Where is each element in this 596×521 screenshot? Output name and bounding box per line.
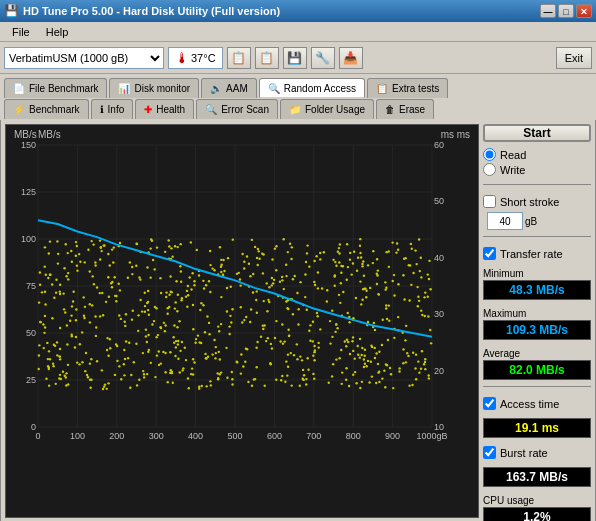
toolbar-icon-4[interactable]: 🔧 — [311, 47, 335, 69]
chart-ms-label: ms — [457, 129, 470, 140]
access-time-section: 19.1 ms — [483, 418, 591, 438]
burst-rate-value: 163.7 MB/s — [483, 467, 591, 487]
write-label: Write — [500, 164, 525, 176]
short-stroke-label[interactable]: Short stroke — [483, 195, 591, 208]
tab-erase[interactable]: 🗑 Erase — [376, 99, 434, 119]
short-stroke-checkbox[interactable] — [483, 195, 496, 208]
error-scan-icon: 🔍 — [205, 104, 217, 115]
temperature-value: 37°C — [191, 52, 216, 64]
menu-bar: File Help — [0, 22, 596, 42]
chart-mb-label: MB/s — [14, 129, 37, 140]
read-radio[interactable] — [483, 148, 496, 161]
random-access-icon: 🔍 — [268, 83, 280, 94]
thermometer-icon: 🌡 — [175, 50, 189, 66]
transfer-rate-label[interactable]: Transfer rate — [483, 247, 591, 260]
menu-file[interactable]: File — [4, 24, 38, 40]
drive-select[interactable]: VerbatimUSM (1000 gB) — [4, 47, 164, 69]
access-time-label[interactable]: Access time — [483, 397, 591, 410]
tab-disk-monitor[interactable]: 📊 Disk monitor — [109, 78, 199, 98]
tab-benchmark[interactable]: ⚡ Benchmark — [4, 99, 89, 119]
burst-rate-section: 163.7 MB/s — [483, 467, 591, 487]
benchmark-icon: ⚡ — [13, 104, 25, 115]
maximum-section: Maximum 109.3 MB/s — [483, 308, 591, 340]
stroke-input-row: gB — [487, 212, 591, 230]
tab-info[interactable]: ℹ Info — [91, 99, 134, 119]
window-title: HD Tune Pro 5.00 - Hard Disk Utility (Fu… — [23, 5, 280, 17]
minimum-section: Minimum 48.3 MB/s — [483, 268, 591, 300]
average-label: Average — [483, 348, 591, 359]
cpu-label: CPU usage — [483, 495, 591, 506]
main-content: MB/s ms Start Read Write Short stroke gB — [0, 120, 596, 521]
toolbar-icon-3[interactable]: 💾 — [283, 47, 307, 69]
toolbar: VerbatimUSM (1000 gB) 🌡 37°C 📋 📋 💾 🔧 📥 E… — [0, 42, 596, 74]
average-section: Average 82.0 MB/s — [483, 348, 591, 380]
maximum-label: Maximum — [483, 308, 591, 319]
aam-icon: 🔊 — [210, 83, 222, 94]
erase-icon: 🗑 — [385, 104, 395, 115]
tab-folder-usage[interactable]: 📁 Folder Usage — [280, 99, 374, 119]
toolbar-icon-2[interactable]: 📋 — [255, 47, 279, 69]
access-time-checkbox[interactable] — [483, 397, 496, 410]
tab-file-benchmark[interactable]: 📄 File Benchmark — [4, 78, 107, 98]
health-icon: ✚ — [144, 104, 152, 115]
read-label: Read — [500, 149, 526, 161]
window-controls: — □ ✕ — [540, 4, 592, 18]
app-icon: 💾 — [4, 4, 19, 18]
divider-2 — [483, 236, 591, 237]
menu-help[interactable]: Help — [38, 24, 77, 40]
disk-monitor-icon: 📊 — [118, 83, 130, 94]
tab-bar: 📄 File Benchmark 📊 Disk monitor 🔊 AAM 🔍 … — [0, 74, 596, 119]
file-benchmark-icon: 📄 — [13, 83, 25, 94]
tab-error-scan[interactable]: 🔍 Error Scan — [196, 99, 278, 119]
average-value: 82.0 MB/s — [483, 360, 591, 380]
burst-rate-label[interactable]: Burst rate — [483, 446, 591, 459]
temperature-display: 🌡 37°C — [168, 47, 223, 69]
read-radio-label[interactable]: Read — [483, 148, 591, 161]
toolbar-icon-5[interactable]: 📥 — [339, 47, 363, 69]
chart-area: MB/s ms — [5, 124, 479, 518]
tab-aam[interactable]: 🔊 AAM — [201, 78, 257, 98]
divider-1 — [483, 184, 591, 185]
write-radio[interactable] — [483, 163, 496, 176]
minimum-label: Minimum — [483, 268, 591, 279]
folder-usage-icon: 📁 — [289, 104, 301, 115]
right-panel: Start Read Write Short stroke gB Transfe… — [483, 124, 591, 518]
tab-row-2: ⚡ Benchmark ℹ Info ✚ Health 🔍 Error Scan… — [4, 99, 592, 119]
tab-random-access[interactable]: 🔍 Random Access — [259, 78, 365, 98]
close-button[interactable]: ✕ — [576, 4, 592, 18]
divider-3 — [483, 386, 591, 387]
access-time-value: 19.1 ms — [483, 418, 591, 438]
info-icon: ℹ — [100, 104, 104, 115]
minimize-button[interactable]: — — [540, 4, 556, 18]
stroke-unit-label: gB — [525, 216, 537, 227]
extra-tests-icon: 📋 — [376, 83, 388, 94]
cpu-section: CPU usage 1.2% — [483, 495, 591, 521]
tab-extra-tests[interactable]: 📋 Extra tests — [367, 78, 448, 98]
title-bar: 💾 HD Tune Pro 5.00 - Hard Disk Utility (… — [0, 0, 596, 22]
toolbar-icon-1[interactable]: 📋 — [227, 47, 251, 69]
tab-row-1: 📄 File Benchmark 📊 Disk monitor 🔊 AAM 🔍 … — [4, 78, 592, 98]
maximum-value: 109.3 MB/s — [483, 320, 591, 340]
stroke-value-input[interactable] — [487, 212, 523, 230]
transfer-rate-checkbox[interactable] — [483, 247, 496, 260]
burst-rate-checkbox[interactable] — [483, 446, 496, 459]
write-radio-label[interactable]: Write — [483, 163, 591, 176]
maximize-button[interactable]: □ — [558, 4, 574, 18]
minimum-value: 48.3 MB/s — [483, 280, 591, 300]
start-button[interactable]: Start — [483, 124, 591, 142]
cpu-value: 1.2% — [483, 507, 591, 521]
read-write-group: Read Write — [483, 146, 591, 178]
exit-button[interactable]: Exit — [556, 47, 592, 69]
tab-health[interactable]: ✚ Health — [135, 99, 194, 119]
